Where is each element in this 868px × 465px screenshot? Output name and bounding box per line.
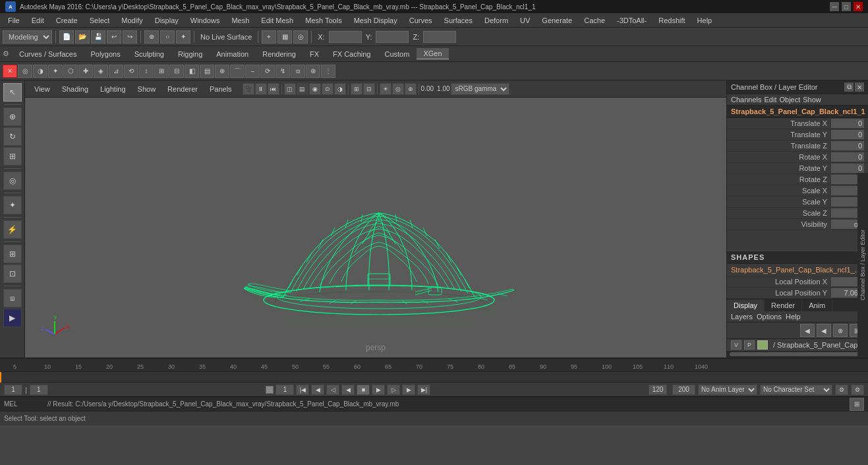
x-input[interactable] [329,31,362,43]
tool16-button[interactable]: ⌒ [230,65,245,78]
menu-item-redshift[interactable]: Redshift [653,15,690,26]
shading-menu[interactable]: Shading [57,84,94,94]
attribute-editor-side-tab[interactable]: Channel Box / Layer Editor [857,173,868,357]
select-button[interactable]: ⊕ [144,30,159,44]
attr-value-input[interactable] [831,119,864,128]
menu-item-deform[interactable]: Deform [479,15,513,26]
show-menu[interactable]: Show [803,96,821,104]
edit-menu[interactable]: Edit [764,96,776,104]
frame-input2[interactable] [275,385,294,395]
layer-icon2-button[interactable]: ◀ [817,324,831,337]
tool4-button[interactable]: ✦ [48,65,63,78]
tool13-button[interactable]: ◧ [185,65,199,78]
help-menu[interactable]: Help [786,313,801,321]
tab-curves---surfaces[interactable]: Curves / Surfaces [13,49,83,59]
prev-frame-button[interactable]: ◀ [311,385,324,395]
panels-menu[interactable]: Panels [204,84,237,94]
menu-item-cache[interactable]: Cache [579,15,610,26]
cb-float-button[interactable]: ⧉ [844,82,854,92]
scrollbar-thumb[interactable] [730,352,865,356]
rotate-tool-button[interactable]: ↻ [3,127,22,146]
tab-fx-caching[interactable]: FX Caching [326,49,377,59]
menu-item-generate[interactable]: Generate [536,15,577,26]
vp-shading-button[interactable]: ◑ [334,83,346,95]
vp-ao-button[interactable]: ⊕ [405,83,417,95]
tool6-button[interactable]: ✚ [78,65,93,78]
go-to-start-button[interactable]: |◀ [296,385,309,395]
vp-isolate-button[interactable]: ◫ [284,83,296,95]
render-button[interactable]: ▶ [3,309,22,327]
layer-p-toggle[interactable]: P [744,340,755,350]
play-back-button[interactable]: ◀ [341,385,355,395]
renderer-menu[interactable]: Renderer [162,84,203,94]
show-menu[interactable]: Show [132,84,161,94]
menu-item-windows[interactable]: Windows [185,15,225,26]
minimize-button[interactable]: ─ [830,2,839,11]
current-frame-input[interactable] [4,385,22,395]
select-tool-button[interactable]: ↖ [3,83,22,102]
tool14-button[interactable]: ▤ [200,65,214,78]
tool17-button[interactable]: ⌣ [245,65,260,78]
anim-end-input[interactable] [672,385,695,395]
channel-box-scrollbar[interactable] [727,351,868,357]
menu-item-select[interactable]: Select [84,15,115,26]
tool12-button[interactable]: ⊟ [169,65,184,78]
menu-item-edit[interactable]: Edit [26,15,49,26]
tool21-button[interactable]: ⊛ [306,65,320,78]
z-input[interactable] [423,31,456,43]
camera-button[interactable]: ⧆ [3,289,22,307]
anim-layer-select[interactable]: No Anim Layer [698,385,757,395]
tab-animation[interactable]: Animation [210,49,255,59]
vp-play-button[interactable]: ⏸ [255,83,267,95]
vp-wireframe-button[interactable]: ▤ [297,83,308,95]
tool20-button[interactable]: ⧈ [291,65,305,78]
menu-item-mesh-display[interactable]: Mesh Display [349,15,403,26]
view-menu[interactable]: View [29,84,55,94]
attr-value-input[interactable] [831,141,864,150]
menu-item-create[interactable]: Create [51,15,83,26]
char-set-select[interactable]: No Character Set [760,385,832,395]
cb-close-button[interactable]: ✕ [855,82,864,92]
next-frame-button[interactable]: ▶ [402,385,415,395]
show-manipulator-button[interactable]: ✦ [3,196,22,214]
next-key-button[interactable]: ▷ [387,385,400,395]
vp-shadow-button[interactable]: ◎ [392,83,404,95]
stop-button[interactable]: ■ [357,385,370,395]
tool22-button[interactable]: ⋮ [321,65,335,78]
tab-rigging[interactable]: Rigging [171,49,209,59]
layer-icon3-button[interactable]: ⊕ [833,324,848,337]
options-menu[interactable]: Options [757,313,782,321]
rp-tab-display[interactable]: Display [727,299,765,311]
last-tool-button[interactable]: ⚡ [3,220,22,239]
menu-item-surfaces[interactable]: Surfaces [439,15,478,26]
layers-menu[interactable]: Layers [731,313,753,321]
tool1-button[interactable]: ✕ [3,65,17,78]
tool5-button[interactable]: ⬡ [63,65,78,78]
save-button[interactable]: 💾 [91,30,105,44]
menu-item-mesh[interactable]: Mesh [226,15,254,26]
tool7-button[interactable]: ◈ [94,65,108,78]
move-tool-button[interactable]: ⊕ [3,108,22,126]
play-forward-button[interactable]: ▶ [372,385,385,395]
vp-hud-button[interactable]: ⊟ [363,83,375,95]
menu-item-mesh-tools[interactable]: Mesh Tools [300,15,347,26]
script-editor-button[interactable]: ⊞ [850,398,864,411]
menu-item--3dtoall-[interactable]: -3DToAll- [612,15,652,26]
lighting-menu[interactable]: Lighting [95,84,131,94]
tab-xgen[interactable]: XGen [417,48,448,59]
snap1-button[interactable]: ⌖ [262,30,276,44]
tool11-button[interactable]: ⊞ [154,65,169,78]
menu-item-file[interactable]: File [3,15,25,26]
go-to-end-button[interactable]: ▶| [417,385,430,395]
soft-select-button[interactable]: ◎ [3,171,22,190]
tab-sculpting[interactable]: Sculpting [128,49,171,59]
attr-value-input[interactable] [831,130,864,139]
anim-settings-button[interactable]: ⚙ [835,385,848,395]
snap-curve-button[interactable]: ⊡ [3,264,22,283]
menu-item-edit-mesh[interactable]: Edit Mesh [256,15,299,26]
attr-value-input[interactable] [831,164,864,173]
vp-grid-button[interactable]: ⊞ [351,83,362,95]
attr-value-input[interactable] [831,152,864,162]
gamma-select[interactable]: sRGB gamma [451,83,509,95]
snap2-button[interactable]: ▦ [277,30,292,44]
